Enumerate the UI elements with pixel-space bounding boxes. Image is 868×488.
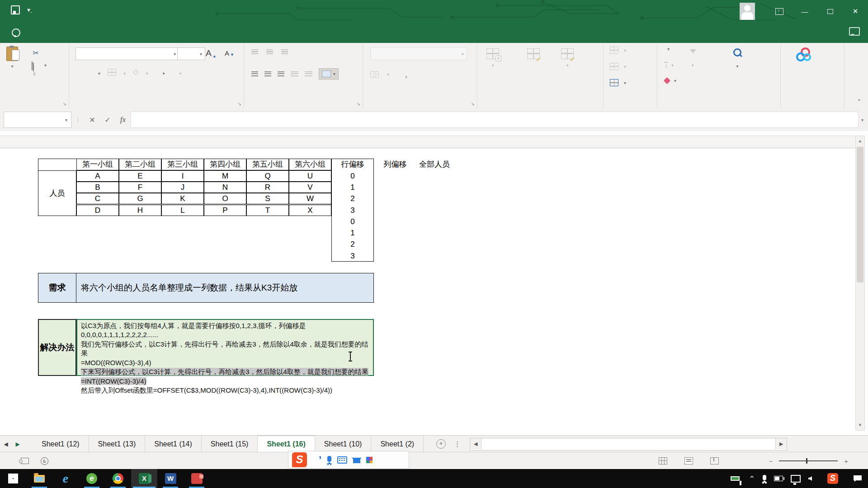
font-dialog-launcher[interactable]: ↘ — [238, 101, 241, 106]
save-to-baidu-button[interactable] — [796, 47, 811, 63]
horizontal-scrollbar[interactable]: ◀ ▶ — [470, 438, 787, 450]
zoom-slider[interactable] — [779, 460, 838, 461]
decrease-indent-icon[interactable] — [291, 71, 298, 76]
row-offset-value-8[interactable]: 1 — [331, 227, 374, 239]
expand-formula-bar-icon[interactable]: ▾ — [861, 117, 863, 122]
page-break-view-icon[interactable] — [710, 457, 719, 465]
taskbar-app-windows-start[interactable] — [0, 469, 26, 488]
font-name-combo[interactable]: ▾ — [75, 47, 179, 60]
member-cell-H6[interactable]: X — [289, 205, 331, 216]
hidden-icons-chevron[interactable]: ⌃ — [749, 474, 755, 483]
comma-style-icon[interactable]: , — [405, 69, 409, 80]
restore-button[interactable] — [817, 0, 843, 23]
close-button[interactable]: ✕ — [843, 0, 868, 23]
row-offset-value-5[interactable]: 2 — [331, 193, 374, 204]
taskbar-app-wps-red[interactable] — [184, 469, 210, 488]
tray-battery-icon[interactable] — [774, 476, 783, 481]
fill-color-button[interactable]: ◇ — [133, 67, 138, 76]
minimize-button[interactable]: — — [792, 0, 817, 23]
ime-keyboard-icon[interactable] — [337, 456, 347, 464]
action-center-icon[interactable] — [854, 475, 862, 482]
taskbar-app-file-explorer[interactable] — [26, 469, 52, 488]
sheet-nav-right-icon[interactable]: ▶ — [12, 436, 24, 452]
save-icon[interactable] — [11, 5, 20, 14]
align-top-icon[interactable] — [251, 49, 258, 54]
format-as-table-button[interactable] — [527, 48, 540, 63]
member-cell-C3[interactable]: A — [76, 170, 119, 182]
cut-button[interactable]: ✂ — [33, 48, 39, 58]
underline-dropdown-icon[interactable]: ▾ — [98, 71, 100, 76]
member-cell-C4[interactable]: B — [76, 182, 119, 193]
row-offset-value-9[interactable]: 2 — [331, 239, 374, 250]
macro-record-icon[interactable] — [21, 458, 29, 464]
worksheet-area[interactable]: 第一小组第二小组第三小组第四小组第五小组第六小组人员AEIMQUBFJNRVCG… — [0, 131, 868, 435]
ime-punctuation-icon[interactable]: ’ — [319, 458, 321, 462]
sheet-nav-left-icon[interactable]: ◀ — [0, 436, 12, 452]
member-cell-C5[interactable]: C — [76, 193, 119, 204]
sheet-tab-Sheet114[interactable]: Sheet1 (14) — [145, 436, 202, 452]
member-cell-G5[interactable]: S — [246, 193, 289, 204]
solution-text-cell[interactable]: 以C3为原点，我们按每组4人算，就是需要行偏移按0,1,2,3,循环，列偏移是0… — [76, 319, 374, 376]
paste-button[interactable]: ▾ — [6, 47, 18, 69]
note-icon[interactable] — [849, 27, 860, 36]
member-cell-G3[interactable]: Q — [246, 170, 289, 182]
cancel-entry-button[interactable]: ✕ — [85, 116, 100, 124]
number-dialog-launcher[interactable]: ↘ — [471, 101, 475, 106]
vertical-scrollbar[interactable]: ▲ ▼ — [855, 136, 865, 431]
page-layout-view-icon[interactable] — [684, 457, 693, 465]
member-cell-F5[interactable]: O — [204, 193, 246, 204]
taskbar-app-excel[interactable]: X — [131, 469, 157, 488]
taskbar-app-internet-explorer[interactable]: e — [52, 469, 79, 488]
member-cell-E5[interactable]: K — [161, 193, 204, 204]
align-center-icon[interactable] — [264, 71, 271, 76]
decrease-font-button[interactable]: A▼ — [225, 49, 234, 57]
zoom-knob[interactable] — [806, 458, 807, 464]
font-color-dropdown-icon[interactable]: ▾ — [162, 71, 165, 76]
zoom-in-icon[interactable]: + — [844, 457, 848, 465]
name-box[interactable]: ▾ — [4, 112, 71, 128]
member-cell-F4[interactable]: N — [204, 182, 246, 193]
increase-font-button[interactable]: A▲ — [206, 48, 217, 58]
orientation-button[interactable] — [294, 50, 297, 53]
member-cell-D5[interactable]: G — [119, 193, 161, 204]
sheet-tab-Sheet115[interactable]: Sheet1 (15) — [202, 436, 258, 452]
sheet-tab-Sheet112[interactable]: Sheet1 (12) — [33, 436, 89, 452]
member-cell-H3[interactable]: U — [289, 170, 331, 182]
sheet-tab-Sheet113[interactable]: Sheet1 (13) — [89, 436, 146, 452]
align-left-icon[interactable] — [251, 71, 258, 76]
hscroll-left-icon[interactable]: ◀ — [470, 438, 481, 449]
vertical-scroll-thumb[interactable] — [857, 147, 863, 282]
row-offset-value-10[interactable]: 3 — [331, 250, 374, 262]
merge-center-button[interactable]: ▾ — [319, 68, 339, 80]
member-cell-G4[interactable]: R — [246, 182, 289, 193]
cell-styles-button[interactable]: ▾ — [561, 48, 574, 68]
taskbar-app-chrome[interactable] — [105, 469, 131, 488]
member-cell-E6[interactable]: L — [161, 205, 204, 216]
insert-function-button[interactable]: fx — [115, 115, 131, 124]
find-select-button[interactable]: ▾ — [733, 48, 741, 69]
copy-button[interactable] — [32, 62, 33, 70]
sort-filter-button[interactable]: ▾ — [689, 49, 696, 68]
scroll-up-icon[interactable]: ▲ — [856, 136, 864, 146]
align-right-icon[interactable] — [278, 71, 284, 76]
alignment-dialog-launcher[interactable]: ↘ — [357, 101, 360, 106]
formula-input[interactable] — [131, 112, 859, 128]
accounting-format-icon[interactable] — [370, 71, 379, 78]
user-avatar[interactable] — [740, 3, 755, 20]
member-cell-G6[interactable]: T — [246, 205, 289, 216]
format-cells-button[interactable]: ▾ — [610, 79, 626, 86]
font-size-combo[interactable]: ▾ — [177, 47, 205, 60]
new-sheet-button[interactable]: + — [436, 439, 446, 449]
ime-skin-icon[interactable] — [353, 458, 360, 463]
delete-cells-button[interactable]: ▾ — [610, 63, 626, 70]
member-cell-E4[interactable]: J — [161, 182, 204, 193]
increase-indent-icon[interactable] — [305, 71, 312, 76]
sheet-tab-Sheet116[interactable]: Sheet1 (16) — [258, 436, 315, 452]
member-cell-D3[interactable]: E — [119, 170, 161, 182]
hscroll-right-icon[interactable]: ▶ — [775, 438, 787, 449]
fill-button[interactable]: ↓▾ — [665, 62, 674, 68]
member-cell-F6[interactable]: P — [204, 205, 246, 216]
row-offset-value-3[interactable]: 0 — [331, 170, 374, 182]
sheet-right-ellipsis[interactable] — [424, 436, 433, 452]
autosum-button[interactable]: ▾ — [665, 47, 670, 52]
